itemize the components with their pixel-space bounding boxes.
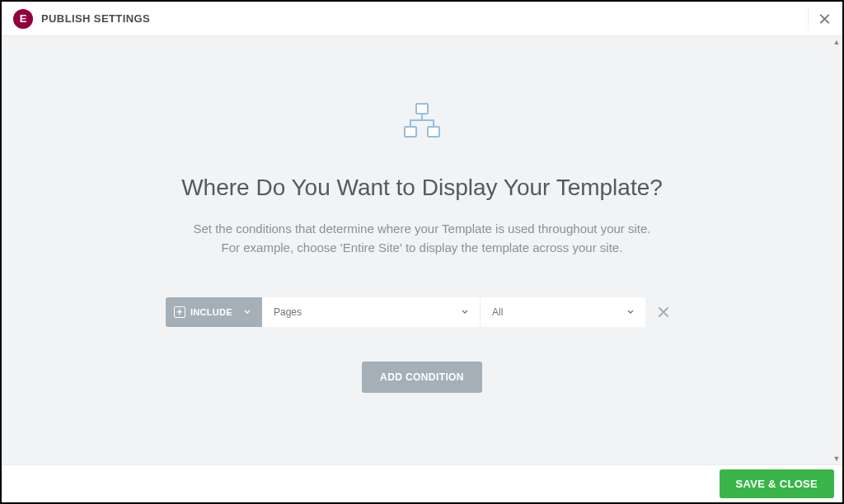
filter-select[interactable]: All	[481, 297, 645, 327]
content: Where Do You Want to Display Your Templa…	[2, 36, 842, 464]
modal-footer: SAVE & CLOSE	[2, 464, 842, 502]
chevron-down-icon	[462, 310, 468, 314]
close-button[interactable]	[808, 7, 831, 30]
description-line1: Set the conditions that determine where …	[193, 222, 650, 236]
scope-value: Pages	[274, 306, 302, 318]
modal-body: Where Do You Want to Display Your Templa…	[2, 36, 842, 464]
svg-rect-1	[405, 127, 416, 137]
plus-icon: +	[174, 306, 185, 318]
svg-rect-0	[416, 104, 428, 114]
save-and-close-button[interactable]: SAVE & CLOSE	[720, 469, 834, 498]
scope-select[interactable]: Pages	[262, 297, 481, 327]
modal-header: E PUBLISH SETTINGS	[2, 2, 842, 36]
include-mode-select[interactable]: + INCLUDE	[166, 297, 262, 327]
include-mode-label: INCLUDE	[190, 307, 232, 317]
add-condition-button[interactable]: ADD CONDITION	[362, 362, 482, 393]
scroll-track[interactable]	[831, 48, 842, 453]
modal-title: PUBLISH SETTINGS	[41, 12, 150, 25]
elementor-logo-icon: E	[13, 9, 33, 29]
scroll-down-arrow-icon[interactable]: ▼	[831, 453, 842, 464]
close-icon	[818, 12, 831, 26]
chevron-down-icon	[627, 310, 634, 314]
chevron-down-icon	[244, 310, 251, 314]
page-description: Set the conditions that determine where …	[193, 219, 650, 258]
filter-value: All	[492, 306, 503, 318]
close-icon	[658, 306, 669, 318]
svg-rect-2	[428, 127, 439, 137]
condition-row: + INCLUDE Pages All	[166, 297, 678, 327]
scroll-up-arrow-icon[interactable]: ▲	[831, 36, 842, 48]
page-heading: Where Do You Want to Display Your Templa…	[181, 175, 663, 201]
vertical-scrollbar[interactable]: ▲ ▼	[831, 36, 842, 464]
sitemap-icon	[401, 102, 443, 142]
description-line2: For example, choose 'Entire Site' to dis…	[222, 240, 623, 254]
remove-condition-button[interactable]	[649, 297, 678, 327]
